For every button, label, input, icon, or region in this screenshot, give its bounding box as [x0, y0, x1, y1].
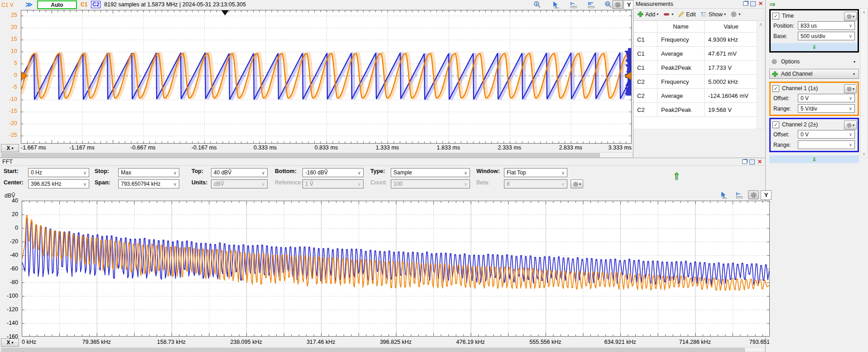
scope-x-tick: 3.333 ms: [597, 145, 632, 151]
measurements-settings-gear-icon[interactable]: ▾: [729, 10, 742, 18]
channel2-title: Channel 2 (2±): [782, 121, 818, 128]
type-select[interactable]: Sample∨: [391, 168, 470, 177]
count-select[interactable]: 100∨: [391, 179, 470, 188]
fft-frequency-scrollbar[interactable]: [0, 347, 764, 352]
fft-scrollbar-thumb[interactable]: [1, 348, 745, 352]
scroll-up-icon[interactable]: ∧: [862, 10, 865, 14]
measurement-channel: C2: [633, 92, 657, 99]
column-value: Value: [704, 21, 758, 32]
fft-plot-settings-gear-icon[interactable]: [748, 190, 759, 199]
time-settings-gear-icon[interactable]: ▾: [844, 12, 857, 21]
fft-x-tick: 634.921 kHz: [603, 339, 638, 345]
fft-x-tick: 238.095 kHz: [229, 339, 264, 345]
time-checkbox[interactable]: ✓: [772, 13, 779, 19]
fft-plot[interactable]: [22, 201, 770, 337]
add-channel-button[interactable]: Add Channel ▾: [769, 69, 859, 79]
measurement-value: 4.9309 kHz: [704, 33, 758, 46]
column-name: Name: [657, 21, 704, 32]
time-expand-bar[interactable]: ⇓: [771, 43, 858, 51]
expand-up-arrow-icon[interactable]: ⇑: [672, 171, 681, 183]
maximize-window-icon[interactable]: [749, 159, 755, 164]
scope-channel-selector[interactable]: C1 V: [1, 2, 14, 8]
stop-label: Stop:: [95, 168, 109, 174]
scope-y-tick: -25: [2, 132, 17, 138]
span-select[interactable]: 793.650794 kHz∨: [118, 179, 179, 188]
collapse-sidebar-arrow-icon[interactable]: ⇒: [769, 0, 775, 9]
channel2-checkbox[interactable]: ✓: [772, 121, 779, 128]
plot-settings-gear-icon[interactable]: [612, 0, 623, 9]
options-row[interactable]: Options ▾: [769, 57, 859, 66]
channels-expand-bar[interactable]: ⇓: [769, 155, 859, 163]
measurement-row[interactable]: C2Average-124.16046 mV: [633, 89, 758, 103]
measurements-scrollbar[interactable]: ∧: [757, 20, 765, 129]
measurement-row[interactable]: C2Frequency5.0002 kHz: [633, 75, 758, 89]
beta-select[interactable]: 8∨: [504, 179, 567, 188]
zoom-100-icon[interactable]: [532, 0, 542, 9]
reference-label: Reference:: [275, 179, 302, 186]
fft-cursors-icon[interactable]: [734, 191, 744, 199]
time-title: Time: [782, 13, 794, 19]
measurement-channel: C2: [633, 106, 657, 113]
measurement-row[interactable]: C1Average47.671 mV: [633, 47, 758, 61]
measurement-row[interactable]: C1Frequency4.9309 kHz: [633, 33, 758, 47]
scope-x-tick: 0.333 ms: [248, 145, 283, 151]
fft-y-tick: -120: [0, 306, 18, 313]
window-select[interactable]: Flat Top∨: [504, 168, 567, 177]
scope-x-axis-button[interactable]: X▾: [1, 144, 19, 152]
top-select[interactable]: 40 dBṼ∨: [211, 168, 268, 177]
top-label: Top:: [192, 168, 203, 174]
fft-x-axis-button[interactable]: X▾: [1, 338, 19, 347]
chevron-down-icon: ▾: [671, 12, 673, 16]
fft-y-tick: 0: [0, 225, 18, 231]
channel1-checkbox[interactable]: ✓: [772, 85, 779, 92]
channel2-range-select[interactable]: ∨: [798, 140, 855, 149]
channel1-range-select[interactable]: 5 V/div∨: [798, 104, 855, 113]
c1-tab[interactable]: C1: [81, 1, 87, 8]
auto-button[interactable]: Auto: [37, 0, 77, 9]
measurement-row[interactable]: C2Peak2Peak19.568 V: [633, 103, 758, 117]
scope-toolbar: C1 V ≫ Auto C1 C2 8192 samples at 1.5873…: [0, 0, 633, 10]
channel2-settings-gear-icon[interactable]: ▾: [844, 121, 857, 130]
sidebar-scrollbar[interactable]: ∧ ∨: [860, 8, 868, 158]
close-panel-icon[interactable]: ✕: [758, 1, 764, 6]
expand-down-arrow-icon: ⇓: [812, 156, 816, 163]
channel1-settings-gear-icon[interactable]: ▾: [844, 84, 857, 93]
add-measurement-button[interactable]: Add ▾: [636, 10, 660, 18]
x-cursors-icon[interactable]: [569, 0, 579, 9]
units-select[interactable]: dBṼ∨: [211, 179, 268, 188]
fft-y-tick: -20: [0, 238, 18, 245]
chevron-down-icon: ▾: [724, 12, 726, 16]
center-select[interactable]: 396.825 kHz∨: [28, 179, 89, 188]
scope-time-scrollbar[interactable]: [0, 152, 633, 158]
fft-y-axis-button[interactable]: Y: [761, 190, 772, 200]
channel1-offset-select[interactable]: 0 V∨: [798, 94, 855, 102]
y-cursors-icon[interactable]: [586, 0, 596, 9]
maximize-window-icon[interactable]: [750, 1, 756, 6]
stop-select[interactable]: Max∨: [118, 168, 179, 177]
fft-settings-gear-icon[interactable]: ▾: [571, 179, 583, 188]
bottom-select[interactable]: -160 dBṼ∨: [302, 168, 364, 177]
cursor-measure-icon[interactable]: [551, 0, 561, 9]
show-measurement-button[interactable]: Show ▾: [699, 10, 727, 18]
start-select[interactable]: 0 Hz∨: [28, 168, 89, 177]
restore-window-icon[interactable]: [742, 1, 748, 6]
scope-plot[interactable]: [21, 10, 632, 144]
close-panel-icon[interactable]: ✕: [757, 159, 763, 164]
measurement-value: 17.733 V: [704, 61, 758, 74]
position-select[interactable]: 833 us∨: [798, 21, 855, 30]
fft-cursor-icon[interactable]: [719, 191, 729, 199]
channel2-offset-select[interactable]: 0 V∨: [798, 130, 855, 139]
reference-select[interactable]: 1 Ṽ∨: [302, 179, 364, 188]
measurement-name: Average: [657, 47, 704, 60]
measurement-row[interactable]: C1Peak2Peak17.733 V: [633, 61, 758, 75]
edit-measurement-button[interactable]: Edit: [676, 10, 697, 18]
fft-x-tick: 555.556 kHz: [528, 339, 562, 345]
scroll-up-icon[interactable]: ∧: [759, 22, 762, 129]
c2-tab[interactable]: C2: [91, 1, 101, 8]
zoom-fit-icon[interactable]: [603, 0, 613, 9]
restore-window-icon[interactable]: [741, 159, 748, 164]
scroll-down-icon[interactable]: ∨: [862, 151, 865, 156]
run-arrows-icon[interactable]: ≫: [25, 0, 33, 9]
base-select[interactable]: 500 us/div∨: [798, 32, 855, 40]
remove-measurement-button[interactable]: ▾: [662, 10, 675, 18]
